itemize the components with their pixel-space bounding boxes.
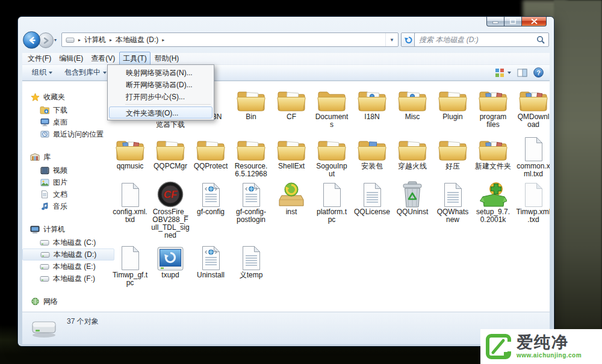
search-icon[interactable]	[536, 35, 548, 44]
file-label-line: pc	[312, 216, 352, 224]
file-item[interactable]: ShellExt	[272, 133, 311, 170]
doc-globe-icon	[231, 179, 271, 208]
background-cliff	[554, 0, 602, 364]
file-item[interactable]: CF	[272, 84, 311, 121]
recycle-bin-icon	[393, 179, 432, 208]
address-dropdown[interactable]: ▼	[385, 33, 398, 46]
tools-menu-item-3[interactable]: 打开同步中心(S)...	[109, 90, 213, 102]
doc-lines-icon	[231, 242, 271, 271]
file-item[interactable]: QQProtect	[191, 133, 231, 170]
doc-lines-icon	[352, 179, 392, 208]
file-item[interactable]: SogouInput	[312, 133, 352, 178]
refresh-icon	[404, 35, 414, 44]
file-item[interactable]: common.xml.txd	[514, 133, 550, 178]
file-item[interactable]: platform.tpc	[312, 179, 352, 224]
doc-lines-icon	[433, 179, 473, 208]
file-item[interactable]: CFCrossFire_OBV288_Full_TDL_signed	[150, 179, 190, 239]
tools-menu-item-1[interactable]: 映射网络驱动器(N)...	[109, 66, 213, 78]
minimize-button[interactable]	[486, 17, 504, 26]
file-label-line: QQLicense	[352, 208, 392, 216]
file-label-line: txupd	[150, 271, 190, 279]
file-item[interactable]: QQWhatsnew	[433, 179, 473, 224]
tools-menu-item-5[interactable]: 文件夹选项(O)...	[109, 106, 213, 119]
file-label-line: s	[312, 121, 352, 129]
menu-bar: 文件(F)编辑(E)查看(V)工具(T)帮助(H)	[22, 53, 550, 65]
tools-menu-item-2[interactable]: 断开网络驱动器(D)...	[109, 78, 213, 90]
file-item[interactable]: Bin	[231, 84, 271, 121]
doc-icon	[514, 133, 550, 162]
file-item[interactable]: programfiles	[473, 84, 513, 129]
doc-icon	[312, 179, 352, 208]
disk-icon	[31, 318, 57, 341]
chevron-down-icon	[103, 72, 107, 74]
folder-page-icon	[393, 133, 432, 162]
recent-pages-dropdown[interactable]: ▾	[54, 37, 57, 43]
folder-page-icon	[272, 133, 311, 162]
views-button[interactable]	[495, 68, 511, 77]
watermark-name: 爱纯净	[517, 335, 582, 351]
file-item[interactable]: 义temp	[231, 242, 271, 279]
doc-icon	[110, 242, 150, 271]
file-item[interactable]: gf-config	[191, 179, 231, 216]
file-label-line: CF	[272, 113, 311, 121]
inst-box-icon	[272, 179, 311, 208]
file-item[interactable]: I18N	[352, 84, 392, 121]
folder-page-icon	[231, 84, 271, 113]
menubar-item-3[interactable]: 查看(V)	[87, 52, 119, 66]
file-item[interactable]: Uninstall	[191, 242, 231, 279]
file-item[interactable]: QQUninst	[393, 179, 432, 216]
file-item[interactable]: Documents	[312, 84, 352, 129]
close-button[interactable]	[521, 17, 547, 26]
file-item[interactable]: setup_9.7.0.2001k	[473, 179, 513, 224]
toolbar-left: 组织包含到库中	[26, 65, 113, 80]
help-button[interactable]: ?	[533, 67, 544, 78]
file-item[interactable]: 穿越火线	[393, 133, 432, 170]
toolbar-button-2[interactable]: 包含到库中	[58, 65, 113, 80]
folder-files-icon	[514, 84, 550, 113]
item-count: 37 个对象	[67, 316, 99, 327]
file-item[interactable]: QQPCMgr	[150, 133, 190, 170]
caption-buttons	[486, 17, 547, 26]
watermark-logo-icon	[486, 334, 511, 359]
file-label-line: qqmusic	[110, 162, 150, 170]
file-item[interactable]: qqmusic	[110, 133, 150, 170]
file-label-line: gf-config	[191, 208, 231, 216]
file-item[interactable]: QMDownload	[514, 84, 550, 129]
explorer-content: 收藏夹下载桌面最近访问的位置库视频图片文档音乐计算机本地磁盘 (C:)本地磁盘 …	[22, 81, 550, 312]
file-label-line: ned	[150, 232, 190, 239]
breadcrumb-item-1[interactable]: 计算机	[84, 35, 106, 45]
file-item[interactable]: Resource.6.5.12968	[231, 133, 271, 178]
preview-pane-button[interactable]	[517, 69, 527, 77]
file-item[interactable]: txupd	[150, 242, 190, 279]
file-item[interactable]: Timwp_gf.tpc	[110, 242, 150, 287]
file-item[interactable]: inst	[272, 179, 311, 216]
breadcrumb-item-2[interactable]: 本地磁盘 (D:)	[116, 35, 158, 45]
file-label-line: new	[433, 216, 473, 224]
maximize-button[interactable]	[504, 17, 521, 26]
file-item[interactable]: Plugin	[433, 84, 473, 121]
menubar-item-2[interactable]: 编辑(E)	[55, 52, 87, 66]
file-item[interactable]: config.xml.txd	[110, 179, 150, 224]
file-item[interactable]: 好压	[433, 133, 473, 170]
toolbar-button-1[interactable]: 组织	[26, 65, 58, 80]
menubar-item-5[interactable]: 帮助(H)	[151, 52, 183, 66]
address-bar[interactable]: ▸计算机▸本地磁盘 (D:)▸ ▼	[61, 32, 399, 47]
file-label-line: 义temp	[231, 271, 271, 279]
drive-icon	[66, 37, 75, 43]
menubar-item-4[interactable]: 工具(T)	[119, 52, 150, 66]
file-item[interactable]: 安装包	[352, 133, 392, 170]
file-item[interactable]: 新建文件夹	[473, 133, 513, 170]
file-label-line: pc	[110, 279, 150, 287]
file-item[interactable]: Misc	[393, 84, 432, 121]
doc-globe-icon	[191, 242, 231, 271]
menubar-item-1[interactable]: 文件(F)	[24, 52, 55, 66]
file-item[interactable]: Timwp.xml.txd	[514, 179, 550, 224]
watermark-url: www.aichunjing.com	[517, 352, 582, 359]
file-label-line: 穿越火线	[393, 162, 432, 170]
file-label-line: 0.2001k	[473, 216, 513, 224]
folder-globe-icon	[352, 84, 392, 113]
search-input[interactable]	[415, 35, 536, 44]
back-button[interactable]	[23, 31, 40, 49]
file-item[interactable]: QQLicense	[352, 179, 392, 216]
file-item[interactable]: gf-config-postlogin	[231, 179, 271, 224]
